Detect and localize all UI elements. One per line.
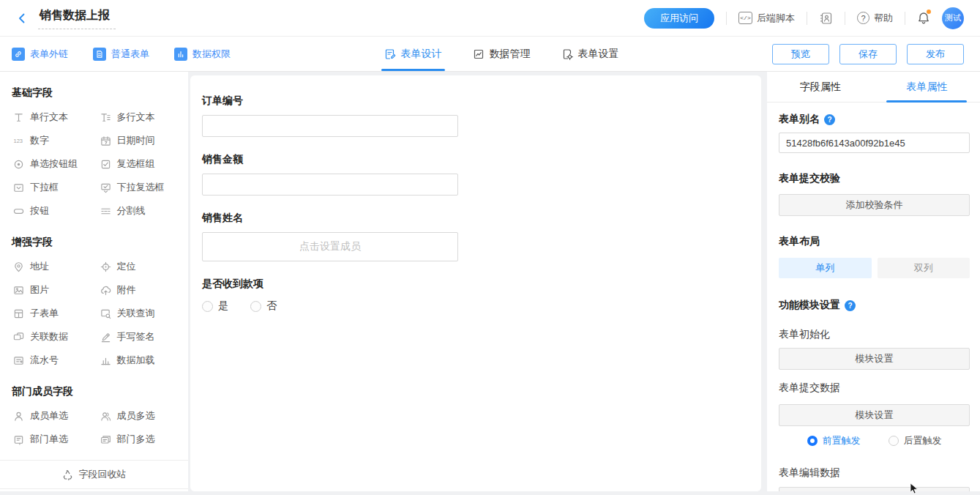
- field-label: 销售金额: [202, 153, 761, 166]
- tab-field-properties[interactable]: 字段属性: [767, 72, 874, 102]
- palette-item-signature[interactable]: 手写签名: [94, 325, 182, 349]
- notification-bell-button[interactable]: [917, 11, 930, 25]
- palette-item-single-line-text[interactable]: 单行文本: [7, 105, 94, 129]
- document-icon: [93, 48, 106, 61]
- edit-module-settings-button[interactable]: 模块设置: [779, 487, 970, 491]
- form-design-icon: [384, 48, 396, 60]
- palette-item-divider-line[interactable]: 分割线: [94, 199, 182, 223]
- form-field-sales-name[interactable]: 销售姓名 点击设置成员: [202, 212, 761, 261]
- field-label: 是否收到款项: [202, 278, 761, 291]
- toolbar-item-data-permission[interactable]: 数据权限: [174, 48, 231, 61]
- palette-item-address[interactable]: 地址: [7, 255, 94, 278]
- sales-amount-input[interactable]: [202, 174, 458, 196]
- toolbar-item-form-external-link[interactable]: 表单外链: [12, 48, 68, 61]
- tab-form-design[interactable]: 表单设计: [384, 37, 442, 71]
- preview-button[interactable]: 预览: [772, 44, 829, 64]
- palette-item-attachment[interactable]: 附件: [94, 278, 182, 302]
- help-badge-icon[interactable]: ?: [845, 300, 856, 311]
- question-circle-icon: ?: [857, 12, 869, 24]
- data-management-icon: [473, 48, 485, 60]
- tab-form-settings[interactable]: 表单设置: [561, 37, 619, 71]
- number-icon: 123: [13, 135, 24, 146]
- section-title-member-fields: 部门成员字段: [0, 372, 188, 404]
- app-access-button[interactable]: 应用访问: [644, 8, 714, 29]
- save-button[interactable]: 保存: [839, 44, 897, 64]
- palette-item-datetime[interactable]: 日期时间: [94, 129, 182, 152]
- submit-module-settings-button[interactable]: 模块设置: [779, 404, 970, 426]
- divider-line-icon: [100, 206, 111, 217]
- toolbar-item-normal-form[interactable]: 普通表单: [93, 48, 149, 61]
- palette-item-data-load[interactable]: 数据加载: [94, 349, 182, 372]
- form-builder-app: 销售数据上报 应用访问 </> 后端脚本 ? 帮助: [0, 0, 980, 495]
- enhanced-fields-grid: 地址 定位 图片 附件 子表单: [0, 255, 188, 372]
- bar-chart-icon: [174, 48, 187, 61]
- form-settings-icon: [561, 48, 573, 60]
- palette-item-member-single[interactable]: 成员单选: [7, 404, 94, 428]
- topbar: 销售数据上报 应用访问 </> 后端脚本 ? 帮助: [0, 0, 980, 37]
- layout-option-double-column[interactable]: 双列: [878, 258, 970, 278]
- page-title[interactable]: 销售数据上报: [38, 7, 116, 29]
- pen-icon: [100, 332, 111, 343]
- palette-item-button[interactable]: 按钮: [7, 199, 94, 223]
- form-field-order-number[interactable]: 订单编号: [202, 94, 761, 137]
- form-alias-label: 表单别名 ?: [779, 113, 970, 126]
- radio-option-pre-trigger[interactable]: 前置触发: [807, 434, 861, 447]
- avatar[interactable]: 测试: [942, 7, 964, 29]
- palette-item-serial-number[interactable]: 流水号: [7, 349, 94, 372]
- radio-group-icon: [13, 159, 24, 170]
- palette-item-member-multi[interactable]: 成员多选: [94, 404, 182, 428]
- radio-options-row: 是 否: [202, 299, 761, 313]
- radio-circle-icon: [889, 436, 899, 446]
- palette-item-radio-group[interactable]: 单选按钮组: [7, 152, 94, 176]
- contacts-button[interactable]: [819, 12, 833, 25]
- layout-option-single-column[interactable]: 单列: [779, 258, 872, 278]
- tab-form-properties[interactable]: 表单属性: [874, 72, 980, 102]
- person-icon: [13, 411, 24, 422]
- link-icon: [12, 48, 25, 61]
- field-label: 销售姓名: [202, 212, 761, 225]
- palette-item-multi-line-text[interactable]: 多行文本: [94, 105, 182, 129]
- main-area: 基础字段 单行文本 多行文本 123 数字 日期时间: [0, 72, 980, 494]
- member-fields-grid: 成员单选 成员多选 部门单选 部门多选: [0, 404, 188, 451]
- submit-validation-label: 表单提交校验: [779, 172, 970, 185]
- radio-option-post-trigger[interactable]: 后置触发: [889, 434, 942, 447]
- backend-script-button[interactable]: </> 后端脚本: [738, 12, 795, 25]
- publish-button[interactable]: 发布: [907, 44, 964, 64]
- palette-item-subform[interactable]: 子表单: [7, 302, 94, 325]
- canvas-wrap: 订单编号 销售金额 销售姓名 点击设置成员 是否收到款项: [188, 72, 767, 491]
- back-button[interactable]: [16, 12, 28, 24]
- code-icon: </>: [738, 12, 752, 24]
- add-validation-button[interactable]: 添加校验条件: [779, 194, 970, 216]
- palette-item-linked-query[interactable]: 关联查询: [94, 302, 182, 325]
- palette-item-image[interactable]: 图片: [7, 278, 94, 302]
- radio-option-yes[interactable]: 是: [202, 299, 228, 313]
- radio-option-no[interactable]: 否: [250, 299, 277, 313]
- chevron-left-icon: [16, 12, 28, 24]
- help-button[interactable]: ? 帮助: [857, 12, 893, 25]
- palette-item-checkbox-group[interactable]: 复选框组: [94, 152, 182, 176]
- trigger-radio-row: 前置触发 后置触发: [779, 434, 970, 447]
- field-recycle-bin-button[interactable]: 字段回收站: [0, 460, 188, 489]
- help-badge-icon[interactable]: ?: [824, 114, 835, 125]
- panel-body: 表单别名 ? 表单提交校验 添加校验条件 表单布局 单列 双列 功能模块设置 ?…: [767, 113, 980, 491]
- order-number-input[interactable]: [202, 115, 458, 137]
- member-picker[interactable]: 点击设置成员: [202, 232, 458, 261]
- subform-icon: [13, 308, 24, 319]
- department-multi-icon: [100, 434, 111, 445]
- palette-item-location[interactable]: 定位: [94, 255, 182, 278]
- palette-item-linked-data[interactable]: 关联数据: [7, 325, 94, 349]
- palette-item-dropdown-multi[interactable]: 下拉复选框: [94, 176, 182, 199]
- dropdown-multi-icon: [100, 182, 111, 193]
- form-field-sales-amount[interactable]: 销售金额: [202, 153, 761, 196]
- tab-data-management[interactable]: 数据管理: [473, 37, 531, 71]
- multi-line-text-icon: [100, 112, 111, 123]
- form-alias-input[interactable]: [779, 133, 970, 153]
- palette-item-number[interactable]: 123 数字: [7, 129, 94, 152]
- form-design-canvas[interactable]: 订单编号 销售金额 销售姓名 点击设置成员 是否收到款项: [190, 75, 761, 491]
- palette-item-dropdown[interactable]: 下拉框: [7, 176, 94, 199]
- recycle-icon: [62, 469, 73, 480]
- palette-item-dept-multi[interactable]: 部门多选: [94, 428, 182, 451]
- init-module-settings-button[interactable]: 模块设置: [779, 348, 970, 370]
- form-field-payment-received[interactable]: 是否收到款项 是 否: [202, 278, 761, 313]
- palette-item-dept-single[interactable]: 部门单选: [7, 428, 94, 451]
